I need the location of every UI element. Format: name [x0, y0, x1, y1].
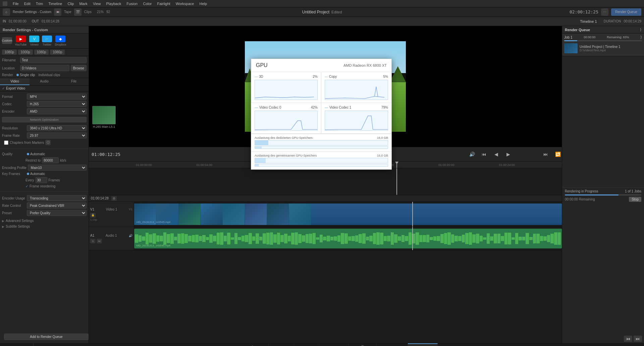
waveform-bar	[209, 234, 213, 243]
custom-preset[interactable]: Custom	[2, 37, 12, 45]
step-forward-btn[interactable]	[516, 150, 524, 158]
menu-item-clip[interactable]: Clip	[67, 2, 74, 6]
job-expand-btn[interactable]: ⟩	[640, 35, 642, 40]
menu-item-fusion[interactable]: Fusion	[126, 2, 138, 6]
waveform-bar	[245, 235, 248, 242]
resolution-presets: 1080p 1000p 1080p 1080p	[0, 49, 89, 56]
nav-fusion[interactable]: ◇ Fusion	[319, 343, 349, 346]
menu-item-view[interactable]: View	[93, 2, 101, 6]
format-select[interactable]: MP4	[27, 94, 87, 100]
play-btn[interactable]: ▶	[504, 150, 512, 158]
encoder-select[interactable]: AMD	[27, 108, 87, 114]
loop-btn[interactable]: 🔁	[554, 150, 562, 158]
res-1080p-btn[interactable]: 1080p	[2, 50, 17, 55]
audio-clip[interactable]: VID_20191313_143545.mp4	[134, 229, 562, 248]
waveform-bar	[188, 236, 192, 241]
single-clip-radio[interactable]: Single clip	[16, 73, 35, 77]
tab-audio[interactable]: Audio	[30, 78, 59, 85]
resolution-select[interactable]: 3840 x 2160 Ultra HD	[27, 125, 87, 131]
youtube-preset[interactable]: ▶ YouTube	[15, 36, 26, 46]
waveform-bar	[504, 233, 508, 244]
add-to-render-btn[interactable]: Add to Render Queue	[4, 334, 89, 340]
skip-to-end-btn[interactable]: ⏭	[542, 150, 550, 158]
quality-row: Quality Automatic	[2, 152, 87, 157]
rate-control-select[interactable]: Peak Constrained VBR	[27, 203, 87, 209]
keyframes-label: Key Frames	[2, 172, 25, 176]
advanced-settings-row[interactable]: ▶ Advanced Settings	[0, 218, 89, 224]
fusion-icon: ◇	[332, 345, 336, 346]
nav-fairlight[interactable]: ♫ Fairlight	[377, 343, 408, 346]
clips-btn[interactable]: 🎬	[74, 8, 82, 16]
keyframes-auto-radio[interactable]: Automatic	[27, 172, 45, 176]
dropbox-preset[interactable]: ◆ Dropbox	[55, 36, 66, 46]
subtitle-settings-row[interactable]: ▶ Subtitle Settings	[0, 224, 89, 229]
preset-select[interactable]: Prefer Quality	[27, 210, 87, 216]
restrict-input[interactable]	[42, 157, 59, 163]
browse-btn[interactable]: Browse	[71, 65, 87, 71]
tab-video[interactable]: Video	[0, 78, 30, 85]
keyframes-every-input[interactable]	[36, 177, 47, 183]
waveform-bar	[519, 237, 522, 240]
stop-btn[interactable]: Stop	[629, 197, 641, 202]
menu-item-trim[interactable]: Trim	[36, 2, 43, 6]
chapters-info-btn[interactable]: ⓘ	[45, 140, 51, 145]
vimeo-preset[interactable]: V Vimeo	[29, 36, 39, 46]
transport-timecode: 01:00:12:25	[92, 152, 120, 157]
res-1000p-btn[interactable]: 1000p	[18, 50, 33, 55]
res-1080p2-btn[interactable]: 1080p	[34, 50, 49, 55]
menu-item-mark[interactable]: Mark	[79, 2, 87, 6]
job-name: Untitled Project | Timeline 1	[580, 45, 642, 49]
menu-item-workspace[interactable]: Workspace	[176, 2, 194, 6]
menu-item-fairlight[interactable]: Fairlight	[157, 2, 170, 6]
lock-icon-btn[interactable]: 🔒	[90, 213, 96, 218]
chapters-checkbox[interactable]	[4, 140, 8, 145]
collapse-queue-btn[interactable]: ⟩	[640, 28, 641, 32]
encoder-usage-select[interactable]: Transcoding	[27, 195, 87, 201]
nav-cut[interactable]: ✂ Cut	[269, 343, 294, 346]
resolution-label: Resolution	[2, 126, 25, 130]
nav-edit[interactable]: ✏ Edit	[294, 343, 320, 346]
audio-s-btn[interactable]: S	[90, 239, 96, 243]
panel-title: Render Settings - Custom	[0, 26, 89, 34]
waveform-bar	[337, 235, 341, 241]
tape-btn[interactable]: 📼	[54, 8, 61, 16]
res-1080p3-btn[interactable]: 1080p	[50, 50, 65, 55]
speaker-btn[interactable]: 🔊	[468, 150, 476, 158]
location-input[interactable]	[20, 65, 69, 71]
twitter-preset[interactable]: 🐦 Twitter	[42, 36, 52, 46]
tab-file[interactable]: File	[59, 78, 89, 85]
waveform-bar	[355, 235, 359, 241]
menu-item-playback[interactable]: Playback	[106, 2, 121, 6]
prev-job-btn[interactable]: ⏮	[624, 336, 632, 342]
waveform-bar	[547, 235, 550, 242]
menu-item-edit[interactable]: Edit	[24, 2, 31, 6]
render-queue-btn[interactable]: Render Queue	[611, 8, 641, 16]
nav-color[interactable]: ⬤ Color	[349, 343, 377, 346]
encoding-profile-select[interactable]: Main10	[28, 165, 87, 171]
skip-to-start-btn[interactable]: ⏮	[480, 150, 488, 158]
duration-time: 00:00:14:29	[624, 19, 641, 23]
waveform-bar	[249, 233, 252, 244]
nav-media[interactable]: 📷 Media	[240, 343, 269, 346]
audio-m-btn[interactable]: M	[97, 239, 102, 243]
timeline-settings-btn[interactable]: ⚙	[111, 196, 117, 201]
codec-select[interactable]: H.265	[27, 101, 87, 107]
quality-auto-radio[interactable]: Automatic	[27, 152, 45, 156]
menu-item-file[interactable]: File	[13, 2, 19, 6]
next-job-btn[interactable]: ⏭	[634, 336, 642, 342]
waveform-bar	[227, 233, 230, 244]
video-clip[interactable]: VID_20191313_143545.mp4	[134, 204, 562, 225]
menu-item-color[interactable]: Color	[143, 2, 152, 6]
network-opt-btn[interactable]: Network Optimization	[2, 117, 87, 122]
framerate-select[interactable]: 29.97	[27, 132, 87, 138]
step-back-btn[interactable]: ◀	[492, 150, 500, 158]
menu-item-help[interactable]: Help	[199, 2, 207, 6]
chart-3d-label-row: — 3D 2%	[255, 75, 318, 78]
home-btn[interactable]: ⌂	[3, 8, 10, 16]
menu-item-timeline[interactable]: Timeline	[48, 2, 62, 6]
waveform-bar	[184, 234, 188, 243]
individual-clips-radio[interactable]: Individual clips	[38, 73, 60, 77]
nav-deliver[interactable]: ▶ Deliver	[408, 343, 438, 346]
filename-input[interactable]	[20, 57, 87, 63]
more-options-btn[interactable]: ⋯	[601, 8, 608, 16]
